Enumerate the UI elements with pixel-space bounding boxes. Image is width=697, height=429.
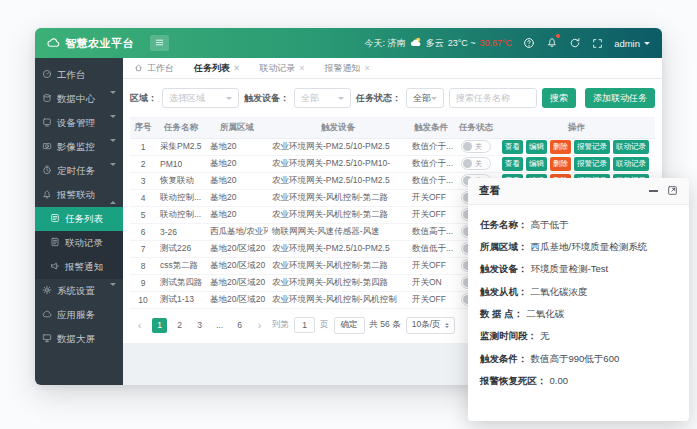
close-icon[interactable]: ×	[365, 63, 370, 73]
page-button-1[interactable]: 1	[152, 318, 167, 333]
edit-button[interactable]: 编辑	[526, 157, 547, 171]
goto-page-input[interactable]	[294, 317, 315, 333]
toggle-knob	[463, 142, 472, 151]
region-select[interactable]: 选择区域	[162, 88, 239, 108]
field-label: 触发设备：	[480, 263, 528, 275]
sidebar-subitem-联动记录[interactable]: 联动记录	[35, 231, 123, 255]
cell-region: 基地20/区域20	[206, 257, 268, 274]
chevron-down-icon	[338, 97, 344, 103]
fullscreen-icon[interactable]	[592, 38, 603, 49]
delete-button[interactable]: 删除	[550, 157, 571, 171]
field-value: 二氧化碳	[526, 308, 564, 320]
tab-label: 工作台	[147, 62, 174, 75]
linkage-record-button[interactable]: 联动记录	[613, 140, 649, 154]
sidebar-item-label: 设备管理	[57, 117, 95, 130]
minimize-icon[interactable]	[649, 190, 658, 192]
cell-condition: 开关ON	[408, 274, 454, 291]
cell-no: 5	[130, 206, 156, 223]
list-icon	[50, 213, 60, 225]
prev-page-button[interactable]: ‹	[132, 318, 147, 333]
cell-device: 农业环境网关-PM2.5/10-PM2.5	[268, 240, 408, 257]
tab-2[interactable]: 任务列表×	[194, 62, 239, 75]
next-page-button[interactable]: ›	[252, 318, 267, 333]
column-header: 触发条件	[408, 118, 454, 138]
cell-region: 西瓜基地/农业环...	[206, 223, 268, 240]
cell-actions: 查看编辑删除报警记录联动记录	[498, 155, 655, 172]
cell-region: 基地20	[206, 189, 268, 206]
user-menu[interactable]: admin	[614, 38, 650, 49]
sidebar-item-label: 数据中心	[57, 93, 95, 106]
sidebar-item-5[interactable]: 定时任务	[35, 159, 123, 183]
goto-confirm-button[interactable]: 确定	[334, 317, 365, 334]
column-header: 任务名称	[156, 118, 206, 138]
linkage-record-button[interactable]: 联动记录	[613, 157, 649, 171]
cell-device: 农业环境网关-PM2.5/10-PM2.5	[268, 172, 408, 189]
menu-icon	[154, 37, 165, 50]
sidebar-item-8[interactable]: 应用服务	[35, 303, 123, 327]
page-button-6[interactable]: 6	[232, 318, 247, 333]
camera-icon	[42, 141, 52, 153]
close-icon[interactable]: ×	[299, 63, 304, 73]
search-input[interactable]	[449, 88, 537, 108]
table-header-row: 序号任务名称所属区域触发设备触发条件任务状态操作	[130, 118, 655, 138]
sidebar-item-label: 系统设置	[57, 285, 95, 298]
cell-task-name: 3-26	[156, 223, 206, 240]
region-select-value: 选择区域	[169, 92, 205, 105]
menu-toggle-button[interactable]	[150, 35, 169, 51]
cell-region: 基地20	[206, 206, 268, 223]
weather-condition: 多云	[426, 37, 444, 50]
top-bar: 智慧农业平台 今天: 济南 多云 23°C ~ 30.67°C admin	[35, 28, 662, 58]
sidebar-item-label: 工作台	[57, 69, 86, 82]
sidebar: 工作台数据中心设备管理影像监控定时任务报警联动任务列表联动记录报警通知系统设置应…	[35, 58, 123, 385]
notification-bell-icon[interactable]	[546, 36, 558, 50]
page-button-3[interactable]: 3	[192, 318, 207, 333]
timer-icon	[42, 165, 52, 177]
view-button[interactable]: 查看	[502, 140, 523, 154]
cell-condition: 数值介于...	[408, 155, 454, 172]
device-select-value: 全部	[301, 92, 319, 105]
column-header: 操作	[498, 118, 655, 138]
close-icon[interactable]: ×	[234, 63, 239, 73]
tab-3[interactable]: 联动记录×	[259, 62, 304, 75]
cell-condition: 开关OFF	[408, 257, 454, 274]
tab-1[interactable]: 工作台	[134, 62, 174, 75]
cell-device: 农业环境网关-风机控制-风机控制	[268, 291, 408, 308]
sidebar-item-9[interactable]: 数据大屏	[35, 327, 123, 351]
edit-button[interactable]: 编辑	[526, 140, 547, 154]
sidebar-item-7[interactable]: 系统设置	[35, 279, 123, 303]
field-value: 环境质量检测-Test	[531, 263, 609, 275]
page-button-2[interactable]: 2	[172, 318, 187, 333]
cell-condition: 开关OFF	[408, 291, 454, 308]
tab-4[interactable]: 报警通知×	[325, 62, 370, 75]
sidebar-subitem-报警通知[interactable]: 报警通知	[35, 255, 123, 279]
status-select[interactable]: 全部	[406, 88, 444, 108]
tab-label: 任务列表	[194, 62, 230, 75]
view-button[interactable]: 查看	[502, 157, 523, 171]
sidebar-subitem-任务列表[interactable]: 任务列表	[35, 207, 123, 231]
sidebar-item-1[interactable]: 工作台	[35, 63, 123, 87]
cell-condition: 开关OFF	[408, 206, 454, 223]
notice-icon	[50, 261, 60, 273]
detail-field: 数 据 点：二氧化碳	[480, 308, 677, 320]
help-icon[interactable]	[523, 37, 535, 49]
sidebar-item-3[interactable]: 设备管理	[35, 111, 123, 135]
delete-button[interactable]: 删除	[550, 140, 571, 154]
tab-label: 联动记录	[259, 62, 295, 75]
add-linkage-task-button[interactable]: 添加联动任务	[585, 88, 655, 108]
column-header: 序号	[130, 118, 156, 138]
sidebar-item-6[interactable]: 报警联动	[35, 183, 123, 207]
status-select-value: 全部	[413, 92, 431, 105]
expand-icon[interactable]	[667, 185, 678, 198]
sidebar-item-2[interactable]: 数据中心	[35, 87, 123, 111]
search-button[interactable]: 搜索	[542, 88, 576, 108]
alarm-record-button[interactable]: 报警记录	[574, 140, 610, 154]
status-toggle[interactable]: 关	[461, 140, 491, 153]
sidebar-item-4[interactable]: 影像监控	[35, 135, 123, 159]
chevron-down-icon	[110, 94, 116, 105]
page-size-select[interactable]: 10条/页	[406, 317, 455, 334]
refresh-icon[interactable]	[569, 37, 581, 49]
field-value: 高于低于	[531, 219, 569, 231]
status-toggle[interactable]: 关	[461, 157, 491, 170]
device-select[interactable]: 全部	[294, 88, 351, 108]
alarm-record-button[interactable]: 报警记录	[574, 157, 610, 171]
